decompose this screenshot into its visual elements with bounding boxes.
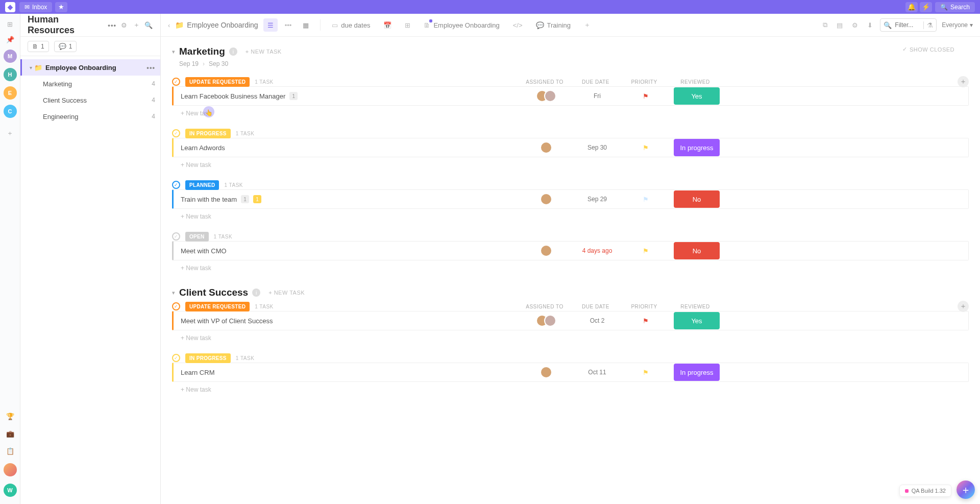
reviewed-button[interactable]: No <box>674 190 720 208</box>
assignee-avatar[interactable] <box>540 366 552 378</box>
status-circle-icon[interactable]: ✓ <box>172 302 180 310</box>
reviewed-button[interactable]: Yes <box>674 312 720 329</box>
show-closed-button[interactable]: ✓SHOW CLOSED <box>902 46 954 53</box>
due-date[interactable]: Oct 2 <box>590 317 605 324</box>
qa-build-pill[interactable]: QA Build 1.32 <box>899 485 951 497</box>
user-photo-avatar[interactable] <box>4 463 17 476</box>
due-date[interactable]: Oct 11 <box>588 369 606 376</box>
list-view-button[interactable]: ☰ <box>263 18 278 32</box>
new-task-button[interactable]: + New task <box>172 382 969 393</box>
assignee-avatar[interactable] <box>544 315 556 327</box>
breadcrumb[interactable]: 📁 Employee Onboarding <box>175 21 258 29</box>
tool-icon-1[interactable]: ⧉ <box>821 21 829 29</box>
assignee-avatar[interactable] <box>540 245 552 257</box>
add-column-button[interactable]: ＋ <box>958 76 969 87</box>
task-row[interactable]: Learn CRM Oct 11 ⚑ In progress <box>172 363 969 382</box>
notifications-icon[interactable]: 🔔 <box>905 2 918 12</box>
nav-back-icon[interactable]: ‹ <box>168 21 170 29</box>
docs-pill[interactable]: 🗎1 <box>28 41 49 52</box>
space-avatar[interactable]: E <box>4 86 17 100</box>
new-task-header-button[interactable]: + NEW TASK <box>246 49 282 55</box>
search-sidebar-icon[interactable]: 🔍 <box>144 21 153 29</box>
filter-input[interactable] <box>895 21 920 29</box>
tab-employee-onboarding[interactable]: 🗎Employee Onboarding <box>420 21 503 29</box>
due-date[interactable]: Fri <box>594 92 601 100</box>
sidebar-list-item[interactable]: Client Success4 <box>20 92 160 108</box>
folder-employee-onboarding[interactable]: ▾ 📁 Employee Onboarding ••• <box>20 59 160 76</box>
new-task-button[interactable]: + New task <box>172 330 969 342</box>
briefcase-icon[interactable]: 💼 <box>5 428 15 439</box>
assignee-filter[interactable]: Everyone▾ <box>942 21 973 29</box>
status-circle-icon[interactable]: ✓ <box>172 232 180 241</box>
status-circle-icon[interactable]: ✓ <box>172 181 180 189</box>
clipboard-icon[interactable]: 📋 <box>5 446 15 456</box>
status-chip[interactable]: OPEN <box>185 232 209 242</box>
priority-flag-icon[interactable]: ⚑ <box>643 317 649 325</box>
priority-flag-icon[interactable]: ⚑ <box>643 369 649 376</box>
priority-flag-icon[interactable]: ⚑ <box>643 247 649 255</box>
assignee-avatar[interactable] <box>540 141 552 154</box>
sidebar-list-item[interactable]: Engineering4 <box>20 108 160 125</box>
space-menu-icon[interactable]: ••• <box>108 21 116 29</box>
new-task-header-button[interactable]: + NEW TASK <box>268 290 305 296</box>
space-avatar[interactable]: C <box>4 105 17 118</box>
bolt-icon[interactable]: ⚡ <box>920 2 932 12</box>
apps-icon[interactable]: ⊞ <box>5 19 15 29</box>
filter-input-wrap[interactable]: 🔍 ⚗ <box>880 18 937 32</box>
priority-flag-icon[interactable]: ⚑ <box>643 144 649 152</box>
caret-down-icon[interactable]: ▾ <box>172 49 175 55</box>
new-task-button[interactable]: + New task <box>172 157 969 169</box>
due-date[interactable]: 4 days ago <box>582 247 612 254</box>
status-chip[interactable]: UPDATE REQUESTED <box>185 302 250 311</box>
task-row[interactable]: Meet with CMO 4 days ago ⚑ No <box>172 241 969 260</box>
status-chip[interactable]: IN PROGRESS <box>185 353 231 363</box>
favorite-button[interactable]: ★ <box>55 2 67 12</box>
filter-toggle-icon[interactable]: ⚗ <box>923 21 933 29</box>
quick-create-fab[interactable]: ＋ <box>957 481 975 499</box>
add-space-icon[interactable]: ＋ <box>5 128 15 138</box>
board-view-button[interactable]: ▦ <box>299 18 313 32</box>
status-circle-icon[interactable]: ✓ <box>172 78 180 86</box>
space-avatar[interactable]: M <box>4 50 17 63</box>
info-icon[interactable]: i <box>252 289 260 297</box>
task-row[interactable]: Meet with VP of Client Success Oct 2 ⚑ Y… <box>172 311 969 330</box>
tool-icon-2[interactable]: ▤ <box>835 21 845 29</box>
info-icon[interactable]: i <box>229 47 237 56</box>
inbox-button[interactable]: ✉ Inbox <box>19 2 52 12</box>
tab-calendar[interactable]: 📅 <box>379 21 396 29</box>
tool-settings-icon[interactable]: ⚙ <box>850 21 860 29</box>
status-circle-icon[interactable]: ✓ <box>172 129 180 137</box>
due-date[interactable]: Sep 30 <box>587 144 607 151</box>
add-column-button[interactable]: ＋ <box>958 301 969 312</box>
folder-more-icon[interactable]: ••• <box>146 64 155 71</box>
search-button[interactable]: 🔍 Search <box>935 2 975 12</box>
caret-down-icon[interactable]: ▾ <box>172 290 175 296</box>
reviewed-button[interactable]: In progress <box>674 139 720 156</box>
task-row[interactable]: Learn Adwords Sep 30 ⚑ In progress <box>172 138 969 157</box>
priority-flag-icon[interactable]: ⚑ <box>643 92 649 100</box>
reviewed-button[interactable]: In progress <box>674 364 720 381</box>
view-options-icon[interactable]: ••• <box>283 21 294 29</box>
status-chip[interactable]: IN PROGRESS <box>185 129 231 138</box>
new-task-button[interactable]: + New task <box>172 106 969 117</box>
trophy-icon[interactable]: 🏆 <box>5 411 15 421</box>
tab-embed[interactable]: </> <box>509 21 527 29</box>
app-logo[interactable]: ◆ <box>5 2 15 12</box>
status-chip[interactable]: PLANNED <box>185 180 219 190</box>
user-avatar[interactable]: W <box>4 484 17 497</box>
tab-training[interactable]: 💬Training <box>532 21 575 29</box>
task-row[interactable]: Train with the team11 Sep 29 ⚑ No <box>172 189 969 209</box>
chats-pill[interactable]: 💬1 <box>54 41 77 52</box>
add-view-button[interactable]: ＋ <box>580 20 595 30</box>
settings-icon[interactable]: ⚙ <box>119 21 129 29</box>
status-chip[interactable]: UPDATE REQUESTED <box>185 77 250 87</box>
priority-flag-icon[interactable]: ⚑ <box>643 196 649 203</box>
status-circle-icon[interactable]: ✓ <box>172 354 180 362</box>
new-task-button[interactable]: + New task <box>172 209 969 220</box>
tab-grid[interactable]: ⊞ <box>401 21 414 29</box>
pin-icon[interactable]: 📌 <box>5 34 15 44</box>
task-row[interactable]: Learn Facebook Business Manager1 Fri ⚑ Y… <box>172 86 969 106</box>
new-task-button[interactable]: + New task <box>172 260 969 272</box>
tab-due-dates[interactable]: ▭due dates <box>328 21 374 29</box>
assignee-avatar[interactable] <box>544 90 556 102</box>
